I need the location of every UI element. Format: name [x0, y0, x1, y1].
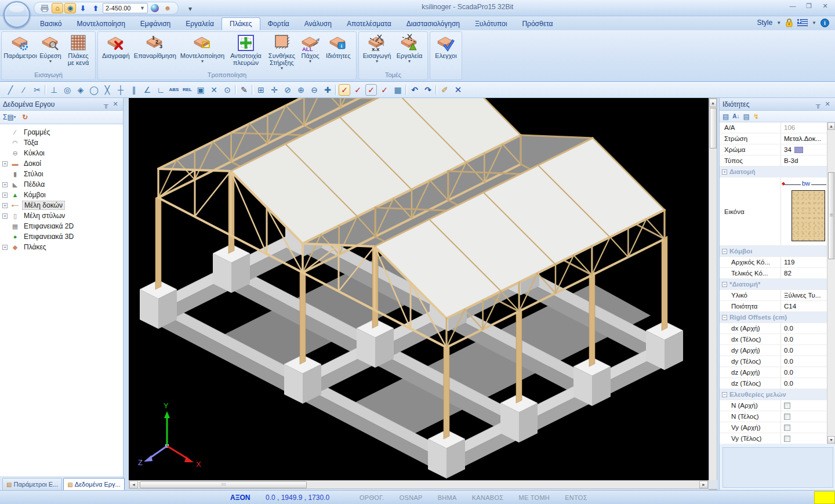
scroll-up-icon[interactable]: ▲: [827, 122, 835, 130]
tree-item[interactable]: + ▯ Μέλη στύλων: [0, 211, 123, 221]
toolbar-icon[interactable]: ▦: [392, 84, 404, 96]
level-down-icon[interactable]: ⬇: [77, 3, 89, 13]
tree-item[interactable]: ▦ Επιφανειακά 2D: [0, 221, 123, 231]
property-value[interactable]: 0.0: [784, 358, 793, 365]
tree-item[interactable]: ∕ Γραμμές: [0, 127, 123, 137]
toolbar-icon[interactable]: ⊘: [282, 84, 293, 96]
section-insert-button[interactable]: X-X Εισαγωγή▾: [361, 33, 393, 63]
user-icon[interactable]: ☻: [162, 3, 173, 13]
property-row[interactable]: Vy (Τέλος): [720, 433, 827, 444]
toolbar-icon[interactable]: ✓: [352, 84, 364, 96]
status-toggle[interactable]: ΜΕ ΤΟΜΗ: [518, 494, 550, 501]
qat-overflow-icon[interactable]: ▾: [184, 3, 196, 14]
properties-button[interactable]: i Ιδιότητες: [322, 33, 354, 59]
tree-item[interactable]: + ▲ Κόμβοι: [0, 190, 123, 200]
group-expander-icon[interactable]: −: [722, 249, 727, 254]
tree-item[interactable]: ● Επιφανειακά 3D: [0, 231, 123, 242]
tree-item[interactable]: + ▪─ Μέλη δοκών: [0, 200, 123, 211]
toolbar-icon[interactable]: ✚: [322, 84, 333, 96]
property-value[interactable]: 0.0: [784, 380, 793, 387]
status-toggle[interactable]: ΟΡΘΟΓ.: [360, 494, 384, 501]
ribbon-tab[interactable]: Φορτία: [260, 18, 297, 30]
property-value[interactable]: 119: [784, 259, 794, 266]
level-up-icon[interactable]: ⬆: [90, 3, 101, 13]
toolbar-icon[interactable]: [405, 85, 407, 95]
parameters-button[interactable]: Παράμετροι: [3, 33, 37, 59]
property-value[interactable]: C14: [784, 303, 796, 310]
ribbon-tab[interactable]: Πλάκες: [222, 17, 260, 30]
toolbar-icon[interactable]: ∠: [141, 84, 153, 96]
horizontal-scrollbar[interactable]: ◄ ►: [129, 480, 709, 489]
property-value[interactable]: 82: [784, 270, 792, 277]
toolbar-icon[interactable]: ◈: [75, 84, 86, 96]
modeling-button[interactable]: Μοντελοποίηση▾: [178, 33, 226, 63]
toolbar-icon[interactable]: ╱: [5, 84, 16, 96]
toolbar-icon[interactable]: ✓: [379, 84, 390, 96]
section-tools-button[interactable]: Εργαλεία▾: [393, 33, 426, 63]
tree-expander[interactable]: [2, 151, 8, 156]
tree-item[interactable]: ◠ Τόξα: [0, 137, 123, 148]
checks-button[interactable]: Ελεγχοι: [432, 33, 460, 59]
property-value[interactable]: 106: [784, 124, 795, 131]
property-value[interactable]: Μεταλ.Δοκ...: [784, 135, 821, 142]
property-row[interactable]: + Διατομή: [720, 166, 827, 177]
property-row[interactable]: dy (Τέλος) 0.0: [720, 356, 827, 367]
property-checkbox[interactable]: [784, 425, 790, 431]
tree-expander[interactable]: +: [2, 182, 8, 187]
language-flag-icon[interactable]: [797, 19, 808, 27]
toolbar-icon[interactable]: ABS: [168, 84, 180, 96]
toolbar-icon[interactable]: ∥: [128, 84, 140, 96]
property-row[interactable]: Αρχικός Κό... 119: [720, 257, 827, 268]
scroll-down-icon[interactable]: ▼: [827, 436, 835, 444]
property-value[interactable]: 0.0: [784, 336, 793, 343]
tree-item[interactable]: + ◆ Πλάκες: [0, 242, 123, 252]
tree-filter-icon[interactable]: Σ▤▾: [2, 112, 16, 122]
property-row[interactable]: dz (Τέλος) 0.0: [720, 378, 827, 389]
toolbar-icon[interactable]: ↷: [422, 84, 434, 96]
restore-button[interactable]: ❐: [804, 2, 814, 10]
scrollbar-thumb[interactable]: [140, 481, 307, 488]
group-expander-icon[interactable]: −: [722, 315, 727, 320]
axon-mode-label[interactable]: ΑΞΟΝ: [230, 494, 250, 502]
scrollbar-thumb[interactable]: [710, 108, 717, 148]
close-icon[interactable]: ✕: [111, 100, 120, 108]
toolbar-icon[interactable]: ⊖: [308, 84, 320, 96]
toolbar-icon[interactable]: ✂: [31, 84, 43, 96]
close-button[interactable]: ✕: [820, 2, 830, 10]
ribbon-tab[interactable]: Πρόσθετα: [514, 18, 560, 30]
info-icon[interactable]: i: [821, 19, 829, 27]
tree-item[interactable]: ▮ Στύλοι: [0, 169, 123, 179]
property-row[interactable]: dx (Τέλος) 0.0: [720, 334, 827, 345]
style-dropdown-icon[interactable]: ▼: [776, 20, 781, 26]
delete-button[interactable]: Διαγραφή: [100, 33, 132, 59]
property-row[interactable]: − *Διατομή*: [720, 279, 827, 290]
pin-icon[interactable]: ╥: [814, 101, 823, 108]
toolbar-icon[interactable]: [235, 85, 237, 95]
property-row[interactable]: Τύπος B-3d: [720, 155, 827, 166]
property-row[interactable]: dy (Αρχή) 0.0: [720, 345, 827, 356]
property-checkbox[interactable]: [784, 403, 790, 409]
property-row[interactable]: − Κόμβοι: [720, 246, 827, 257]
property-row[interactable]: Ποιότητα C14: [720, 301, 827, 312]
property-row[interactable]: N (Τέλος): [720, 411, 827, 422]
application-menu-button[interactable]: [3, 1, 30, 28]
tree-expander[interactable]: +: [2, 245, 8, 250]
toolbar-icon[interactable]: ┼: [115, 84, 126, 96]
toolbar-icon[interactable]: ╳: [101, 84, 113, 96]
toolbar-icon[interactable]: REL: [181, 84, 193, 96]
status-toggle[interactable]: ΒΗΜΑ: [438, 494, 457, 501]
sort-az-icon[interactable]: A↓: [732, 113, 739, 119]
property-value[interactable]: 0.0: [784, 347, 793, 354]
ribbon-tab[interactable]: Ανάλυση: [297, 18, 339, 30]
ribbon-tab[interactable]: Αποτελέσματα: [339, 18, 399, 30]
ribbon-tab[interactable]: Ξυλότυποι: [467, 18, 514, 30]
print-icon[interactable]: [39, 3, 50, 13]
view-3d-icon[interactable]: ⌂: [52, 3, 63, 13]
property-row[interactable]: Υλικό Ξύλινες Τυ...: [720, 290, 827, 301]
toolbar-icon[interactable]: ✓: [365, 84, 377, 96]
ribbon-tab[interactable]: Βασικό: [32, 18, 70, 30]
panel-tab[interactable]: ▧Δεδομένα Εργ...: [63, 478, 124, 490]
tree-expander[interactable]: +: [2, 161, 8, 166]
toolbar-icon[interactable]: ▣: [195, 84, 206, 96]
tree-expander[interactable]: [2, 234, 8, 240]
